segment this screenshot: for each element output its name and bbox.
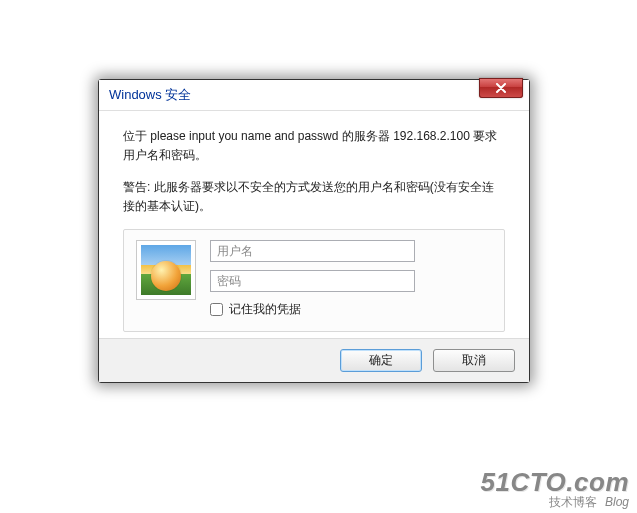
titlebar: Windows 安全	[99, 80, 529, 111]
remember-checkbox[interactable]	[210, 303, 223, 316]
username-input[interactable]	[210, 240, 415, 262]
dialog-body: 位于 please input you name and passwd 的服务器…	[99, 111, 529, 338]
dialog-title: Windows 安全	[109, 87, 191, 102]
warning-message: 警告: 此服务器要求以不安全的方式发送您的用户名和密码(没有安全连接的基本认证)…	[123, 178, 505, 215]
cancel-button[interactable]: 取消	[433, 349, 515, 372]
credential-fields: 记住我的凭据	[210, 240, 492, 319]
watermark: 51CTO.com 技术博客Blog	[480, 468, 629, 509]
dialog-footer: 确定 取消	[99, 338, 529, 382]
windows-security-dialog: Windows 安全 位于 please input you name and …	[98, 79, 530, 383]
auth-message: 位于 please input you name and passwd 的服务器…	[123, 127, 505, 164]
password-input[interactable]	[210, 270, 415, 292]
user-avatar	[136, 240, 196, 300]
close-icon	[495, 83, 507, 93]
remember-row[interactable]: 记住我的凭据	[210, 300, 492, 319]
ok-button[interactable]: 确定	[340, 349, 422, 372]
credentials-box: 记住我的凭据	[123, 229, 505, 332]
flower-icon	[141, 245, 191, 295]
remember-label: 记住我的凭据	[229, 300, 301, 319]
close-button[interactable]	[479, 78, 523, 98]
watermark-sub: 技术博客Blog	[480, 496, 629, 509]
watermark-main: 51CTO.com	[480, 468, 629, 497]
